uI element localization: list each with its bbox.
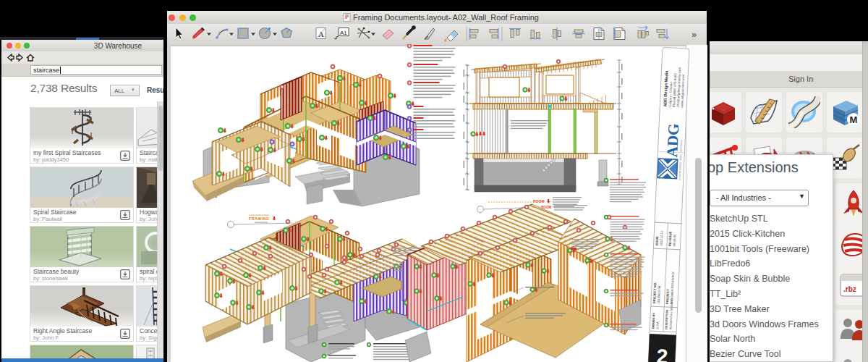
svg-text:M: M xyxy=(850,114,858,125)
svg-text:PROJECT: PROJECT xyxy=(665,289,670,304)
svg-text:D.P.A.: D.P.A. xyxy=(655,321,659,329)
svg-text:00.00.00: 00.00.00 xyxy=(672,234,676,246)
svg-text:.rbz: .rbz xyxy=(843,285,856,293)
svg-text:FRAMING: FRAMING xyxy=(249,216,270,221)
svg-text:2013.12.11: 2013.12.11 xyxy=(660,230,664,246)
svg-text:A1: A1 xyxy=(340,30,347,36)
svg-text:2: 2 xyxy=(656,345,668,362)
svg-text:RE-ISSUE: RE-ISSUE xyxy=(668,231,673,246)
svg-text:DRAWN BY: DRAWN BY xyxy=(651,312,655,329)
svg-text:ROOM: ROOM xyxy=(533,199,545,203)
svg-text:ISSUE: ISSUE xyxy=(655,236,660,245)
svg-text:»: » xyxy=(692,29,697,40)
